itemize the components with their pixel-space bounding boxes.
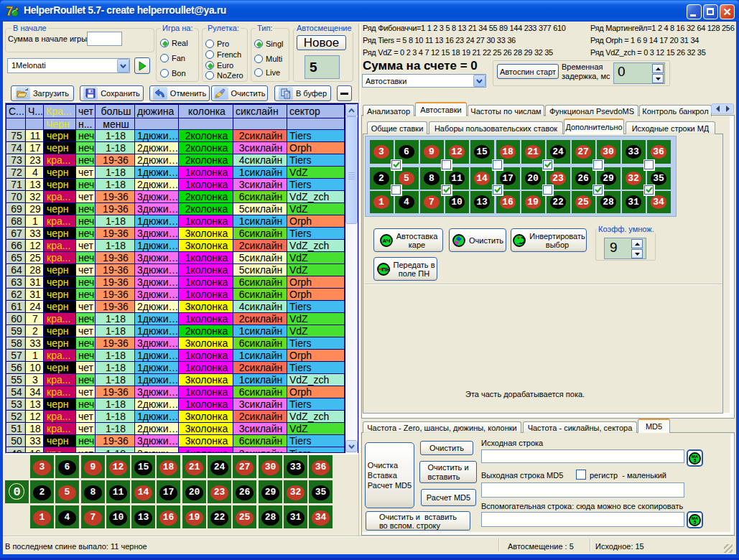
svg-text:АЧ: АЧ — [382, 237, 390, 243]
svg-text:5: 5 — [694, 458, 697, 463]
svg-text:−: − — [517, 241, 521, 247]
svg-text:5: 5 — [694, 520, 697, 525]
svg-text:ПН: ПН — [381, 266, 390, 273]
